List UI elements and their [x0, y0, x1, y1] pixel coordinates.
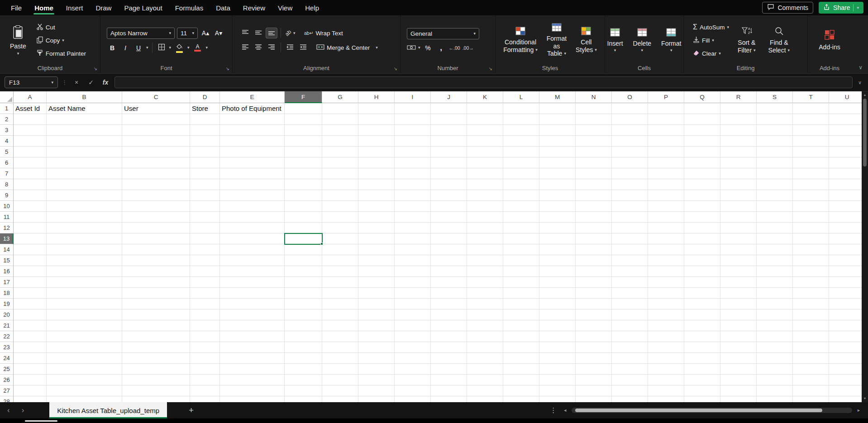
cell-A28[interactable] [14, 396, 47, 402]
addins-button[interactable]: Add-ins [815, 27, 844, 53]
cell-K22[interactable] [467, 331, 503, 342]
decrease-font-size-button[interactable]: A▾ [213, 28, 224, 38]
cell-E11[interactable] [220, 212, 285, 223]
cell-Q27[interactable] [684, 385, 720, 396]
share-dropdown-icon[interactable]: ▾ [857, 6, 859, 10]
fill-button[interactable]: Fill ▾ [693, 35, 729, 46]
cell-I5[interactable] [395, 147, 431, 157]
column-header-K[interactable]: K [467, 91, 503, 103]
cell-P12[interactable] [648, 223, 684, 233]
cell-Q14[interactable] [684, 244, 720, 255]
row-header-28[interactable]: 28 [0, 396, 14, 402]
cell-P28[interactable] [648, 396, 684, 402]
cell-F3[interactable] [285, 125, 322, 136]
cell-B12[interactable] [47, 223, 122, 233]
cell-G6[interactable] [322, 157, 358, 168]
cell-Q11[interactable] [684, 212, 720, 223]
cell-J21[interactable] [431, 320, 467, 331]
cell-Q28[interactable] [684, 396, 720, 402]
menu-tab[interactable]: File [5, 0, 28, 15]
cell-S9[interactable] [757, 190, 793, 201]
cell-B4[interactable] [47, 136, 122, 147]
cell-E21[interactable] [220, 320, 285, 331]
cell-E25[interactable] [220, 364, 285, 375]
cell-C22[interactable] [122, 331, 190, 342]
cell-P26[interactable] [648, 375, 684, 385]
cell-I13[interactable] [395, 233, 431, 244]
row-header-22[interactable]: 22 [0, 331, 14, 342]
cell-U11[interactable] [829, 212, 862, 223]
cell-O28[interactable] [612, 396, 648, 402]
cell-H20[interactable] [358, 309, 395, 320]
cell-O11[interactable] [612, 212, 648, 223]
cell-K7[interactable] [467, 168, 503, 179]
cell-E3[interactable] [220, 125, 285, 136]
cell-T17[interactable] [793, 277, 829, 288]
cell-K10[interactable] [467, 201, 503, 212]
cell-Q12[interactable] [684, 223, 720, 233]
cell-O19[interactable] [612, 299, 648, 309]
cell-Q3[interactable] [684, 125, 720, 136]
row-header-11[interactable]: 11 [0, 212, 14, 223]
top-align-button[interactable] [240, 28, 251, 38]
number-dialog-launcher-icon[interactable]: ↘ [489, 66, 492, 71]
cell-E20[interactable] [220, 309, 285, 320]
cell-L24[interactable] [503, 353, 539, 364]
cell-O8[interactable] [612, 179, 648, 190]
cell-G8[interactable] [322, 179, 358, 190]
increase-font-size-button[interactable]: A▴ [200, 28, 211, 38]
cell-H8[interactable] [358, 179, 395, 190]
cell-D27[interactable] [190, 385, 220, 396]
cell-K21[interactable] [467, 320, 503, 331]
cell-J10[interactable] [431, 201, 467, 212]
cell-A16[interactable] [14, 266, 47, 277]
cell-G11[interactable] [322, 212, 358, 223]
cell-L13[interactable] [503, 233, 539, 244]
cell-J11[interactable] [431, 212, 467, 223]
cell-O21[interactable] [612, 320, 648, 331]
menu-tab[interactable]: Insert [60, 0, 90, 15]
cell-K23[interactable] [467, 342, 503, 353]
spreadsheet[interactable]: ABCDEFGHIJKLMNOPQRSTU 1Asset IdAsset Nam… [0, 91, 862, 402]
cell-U26[interactable] [829, 375, 862, 385]
alignment-dialog-launcher-icon[interactable]: ↘ [394, 66, 397, 71]
cell-O16[interactable] [612, 266, 648, 277]
sort-filter-button[interactable]: AZ Sort & Filter ▾ [734, 24, 760, 56]
cell-H27[interactable] [358, 385, 395, 396]
row-header-20[interactable]: 20 [0, 309, 14, 320]
cell-I23[interactable] [395, 342, 431, 353]
cell-K25[interactable] [467, 364, 503, 375]
cell-R27[interactable] [720, 385, 757, 396]
cell-K8[interactable] [467, 179, 503, 190]
cell-H3[interactable] [358, 125, 395, 136]
insert-cells-button[interactable]: Insert ▾ [603, 26, 627, 55]
cell-U22[interactable] [829, 331, 862, 342]
menu-tab[interactable]: Formulas [169, 0, 210, 15]
cell-R24[interactable] [720, 353, 757, 364]
cell-F10[interactable] [285, 201, 322, 212]
cell-U14[interactable] [829, 244, 862, 255]
cell-K5[interactable] [467, 147, 503, 157]
cell-S28[interactable] [757, 396, 793, 402]
cell-L27[interactable] [503, 385, 539, 396]
cell-C5[interactable] [122, 147, 190, 157]
underline-button[interactable]: U [133, 43, 144, 53]
cell-P18[interactable] [648, 288, 684, 299]
cell-J1[interactable] [431, 103, 467, 114]
menu-tab[interactable]: Help [299, 0, 325, 15]
cell-O4[interactable] [612, 136, 648, 147]
cell-G22[interactable] [322, 331, 358, 342]
cell-B16[interactable] [47, 266, 122, 277]
cell-J2[interactable] [431, 114, 467, 125]
cell-J7[interactable] [431, 168, 467, 179]
cell-M6[interactable] [539, 157, 576, 168]
cell-F5[interactable] [285, 147, 322, 157]
cell-Q22[interactable] [684, 331, 720, 342]
cell-D10[interactable] [190, 201, 220, 212]
cell-D20[interactable] [190, 309, 220, 320]
cell-U28[interactable] [829, 396, 862, 402]
cell-N15[interactable] [576, 255, 612, 266]
cell-B28[interactable] [47, 396, 122, 402]
cell-K20[interactable] [467, 309, 503, 320]
cell-P11[interactable] [648, 212, 684, 223]
